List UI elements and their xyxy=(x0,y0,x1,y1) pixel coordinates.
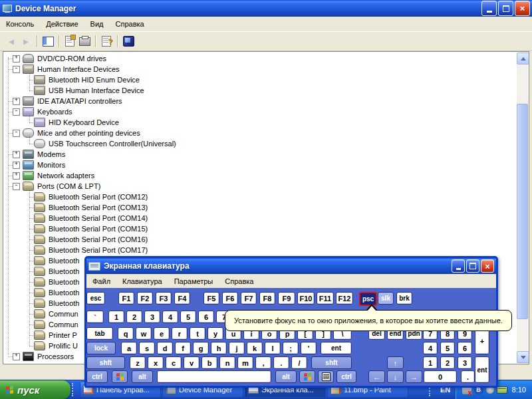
key-f12[interactable]: F12 xyxy=(336,292,353,305)
tree-item-7[interactable]: -Mice and other pointing devices xyxy=(3,128,517,138)
key-comma[interactable]: , xyxy=(255,356,271,369)
key-tab[interactable]: tab xyxy=(86,327,113,340)
dm-restore-button[interactable] xyxy=(498,1,513,16)
key-n[interactable]: n xyxy=(219,356,235,369)
key-f7[interactable]: F7 xyxy=(241,292,257,305)
tree-item-4[interactable]: +IDE ATA/ATAPI controllers xyxy=(3,96,517,106)
key-v[interactable]: v xyxy=(184,356,200,369)
key-w[interactable]: w xyxy=(136,327,152,340)
key-a[interactable]: a xyxy=(121,342,137,354)
osk-menu-item-0[interactable]: Файл xyxy=(86,275,116,287)
key-win-right[interactable] xyxy=(299,370,315,383)
show-hide-console-tree-icon[interactable] xyxy=(41,35,55,48)
expand-icon[interactable]: + xyxy=(13,162,20,169)
tree-item-8[interactable]: USB Touchscreen Controller(Universal) xyxy=(3,138,517,149)
tree-item-3[interactable]: USB Human Interface Device xyxy=(3,85,517,96)
tree-item-9[interactable]: +Modems xyxy=(3,149,517,160)
key-b[interactable]: b xyxy=(201,356,217,369)
key-win-left[interactable] xyxy=(112,370,128,383)
collapse-icon[interactable]: - xyxy=(13,130,20,137)
key-1[interactable]: 1 xyxy=(108,311,124,323)
dm-menu-item-3[interactable]: Справка xyxy=(110,18,150,30)
key-x[interactable]: x xyxy=(148,356,164,369)
osk-titlebar[interactable]: Экранная клавиатура × xyxy=(86,258,496,274)
osk-menu-item-2[interactable]: Параметры xyxy=(168,275,219,287)
key-f6[interactable]: F6 xyxy=(222,292,238,305)
expand-icon[interactable]: + xyxy=(13,172,20,180)
tree-scrollbar[interactable] xyxy=(517,53,528,363)
key-e[interactable]: e xyxy=(154,327,170,340)
dm-titlebar[interactable]: Device Manager × xyxy=(0,0,532,17)
key-q[interactable]: q xyxy=(118,327,134,340)
key-space[interactable] xyxy=(157,370,271,383)
tree-item-12[interactable]: -Ports (COM & LPT) xyxy=(3,181,517,192)
tree-item-1[interactable]: -Human Interface Devices xyxy=(3,64,517,74)
key-f8[interactable]: F8 xyxy=(259,292,275,305)
key-alt-right[interactable]: alt xyxy=(275,370,297,383)
key-numpad-5[interactable]: 5 xyxy=(440,342,455,354)
osk-menu-item-3[interactable]: Справка xyxy=(219,275,259,287)
key-f5[interactable]: F5 xyxy=(203,292,219,305)
tree-item-14[interactable]: Bluetooth Serial Port (COM13) xyxy=(3,202,517,213)
key-numpad-6[interactable]: 6 xyxy=(458,342,472,354)
key-ctrl-left[interactable]: ctrl xyxy=(86,370,108,383)
properties-icon[interactable] xyxy=(63,35,76,48)
tree-item-10[interactable]: +Monitors xyxy=(3,160,517,170)
key-f10[interactable]: F10 xyxy=(297,292,315,305)
key-2[interactable]: 2 xyxy=(126,311,142,323)
expand-icon[interactable]: + xyxy=(13,151,20,158)
scroll-up-button[interactable] xyxy=(517,53,529,65)
key-c[interactable]: c xyxy=(166,356,182,369)
key-numpad-enter[interactable]: ent xyxy=(475,356,489,383)
taskbar-grip[interactable] xyxy=(72,383,78,396)
key-f11[interactable]: F11 xyxy=(317,292,334,305)
key-numpad-0[interactable]: 0 xyxy=(424,370,457,383)
key-ent[interactable]: ent xyxy=(321,342,352,354)
help-icon[interactable] xyxy=(100,35,113,48)
print-icon[interactable] xyxy=(78,35,91,48)
key-h[interactable]: h xyxy=(211,342,227,354)
tree-item-11[interactable]: +Network adapters xyxy=(3,170,517,181)
dm-menu-item-1[interactable]: Действие xyxy=(40,18,84,30)
key-menu-key[interactable] xyxy=(318,370,334,383)
key-arrow-down[interactable]: ↓ xyxy=(387,370,404,383)
key-y[interactable]: y xyxy=(207,327,223,340)
key-f4[interactable]: F4 xyxy=(174,292,190,305)
key-g[interactable]: g xyxy=(193,342,209,354)
osk-menu-item-1[interactable]: Клавиатура xyxy=(116,275,168,287)
key-d[interactable]: d xyxy=(157,342,173,354)
key-semicolon[interactable]: ; xyxy=(283,342,299,354)
tree-item-13[interactable]: Bluetooth Serial Port (COM12) xyxy=(3,192,517,202)
expand-icon[interactable]: + xyxy=(13,353,20,360)
key-arrow-up[interactable]: ↑ xyxy=(387,356,404,369)
tree-item-17[interactable]: Bluetooth Serial Port (COM16) xyxy=(3,234,517,245)
key-f1[interactable]: F1 xyxy=(118,292,134,305)
tree-item-18[interactable]: Bluetooth Serial Port (COM17) xyxy=(3,245,517,255)
key-slk[interactable]: slk xyxy=(378,292,394,305)
collapse-icon[interactable]: - xyxy=(13,183,20,190)
back-icon[interactable]: ◄ xyxy=(5,35,18,48)
device-manager-snapin-icon[interactable] xyxy=(122,35,135,48)
collapse-icon[interactable]: - xyxy=(13,108,20,116)
key-numpad-4[interactable]: 4 xyxy=(423,342,438,354)
key-f2[interactable]: F2 xyxy=(137,292,153,305)
osk-minimize-button[interactable] xyxy=(452,259,465,273)
osk-close-button[interactable]: × xyxy=(481,259,494,273)
key-l[interactable]: l xyxy=(265,342,281,354)
key-shift-right[interactable]: shft xyxy=(311,356,352,369)
key-6[interactable]: 6 xyxy=(198,311,214,323)
dm-close-button[interactable]: × xyxy=(515,1,530,16)
expand-icon[interactable]: + xyxy=(13,55,20,63)
key-slash[interactable]: / xyxy=(291,356,307,369)
expand-icon[interactable]: + xyxy=(13,98,20,105)
osk-maximize-button[interactable] xyxy=(466,259,479,273)
key-ctrl-right[interactable]: ctrl xyxy=(336,370,356,383)
key-backtick[interactable]: ` xyxy=(86,311,104,323)
key-f9[interactable]: F9 xyxy=(278,292,295,305)
key-z[interactable]: z xyxy=(130,356,146,369)
key-arrow-right[interactable]: → xyxy=(406,370,422,383)
key-arrow-left[interactable]: ← xyxy=(368,370,385,383)
scrollbar-thumb[interactable] xyxy=(517,104,528,319)
key-numpad-plus[interactable]: + xyxy=(475,327,489,354)
dm-menu-item-2[interactable]: Вид xyxy=(84,18,110,30)
